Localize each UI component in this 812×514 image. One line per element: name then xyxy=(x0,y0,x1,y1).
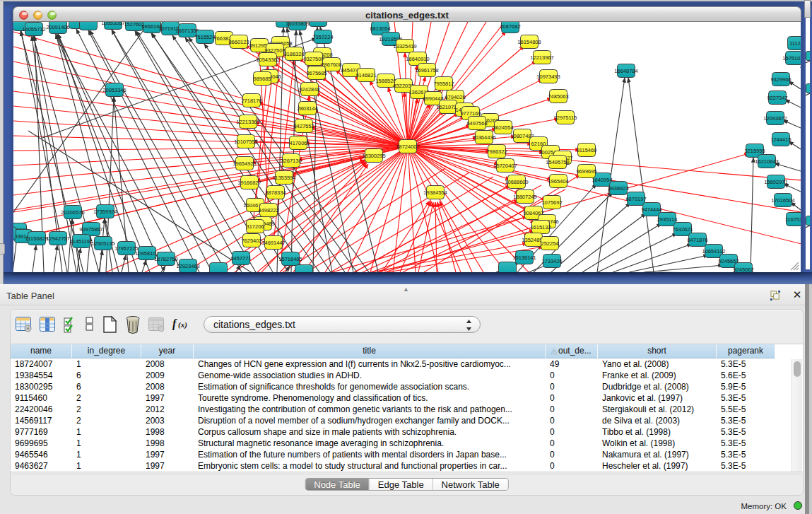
column-header-title[interactable]: title xyxy=(194,344,546,358)
table-row[interactable]: 946362711997Embryonic stem cells: a mode… xyxy=(11,461,775,472)
graph-edge[interactable] xyxy=(54,245,57,272)
graph-node-label: 10654112 xyxy=(702,248,726,255)
graph-node-label: 16961758 xyxy=(415,67,438,74)
graph-edge[interactable] xyxy=(408,146,801,244)
float-window-icon[interactable] xyxy=(770,290,781,300)
graph-node-label: 2087682 xyxy=(500,23,520,30)
table-cell: 9699695 xyxy=(11,438,72,450)
graph-edge[interactable] xyxy=(582,223,661,272)
table-cell: 9463627 xyxy=(11,461,72,472)
graph-edge[interactable] xyxy=(751,158,753,272)
table-cell: 2008 xyxy=(141,382,194,393)
graph-node-label: 18807249 xyxy=(513,194,536,200)
graph-node[interactable] xyxy=(499,262,517,273)
tab-node-table[interactable]: Node Table xyxy=(305,479,370,491)
graph-node xyxy=(806,51,810,61)
graph-edge[interactable] xyxy=(112,30,242,272)
table-cell: Estimation of the future numbers of pati… xyxy=(194,450,546,461)
graph-node-label: 7515524 xyxy=(194,34,215,40)
graph-node-label: 989685 xyxy=(253,76,271,82)
window-titlebar[interactable]: citations_edges.txt xyxy=(13,6,801,22)
graph-node-label: 2803144 xyxy=(297,105,317,112)
table-cell: 2009 xyxy=(141,370,194,382)
graph-node[interactable] xyxy=(80,22,98,30)
graph-node-label: 15751074 xyxy=(782,55,801,62)
table-row[interactable]: 977716911998Corpus callosum shape and si… xyxy=(11,427,775,438)
graph-node-label: 8186328 xyxy=(283,51,304,57)
graph-node[interactable] xyxy=(13,227,16,240)
window-resize-handle[interactable] xyxy=(790,262,799,271)
citation-network-graph[interactable]: 1405571220091406105532671527602696616010… xyxy=(13,22,801,272)
table-row[interactable]: 911546021997Tourette syndrome. Phenomeno… xyxy=(11,393,775,404)
split-divider-grip[interactable]: ▲ xyxy=(403,286,409,293)
graph-edge[interactable] xyxy=(598,233,677,272)
network-canvas[interactable]: 1405571220091406105532671527602696616010… xyxy=(13,22,801,272)
column-header-in_degree[interactable]: in_degree xyxy=(72,344,141,358)
scrollbar-thumb[interactable] xyxy=(794,361,801,377)
graph-edge[interactable] xyxy=(283,168,445,272)
graph-node-label: 7625402 xyxy=(241,238,261,244)
table-row[interactable]: 1830029562008Estimation of significance … xyxy=(11,382,775,393)
table-cell: 5.3E-5 xyxy=(717,461,775,472)
table-cell: 14569117 xyxy=(11,416,72,427)
graph-node-label: 11124 xyxy=(789,40,801,47)
graph-node-label: 14055712 xyxy=(22,26,45,33)
graph-node-label: 9457771 xyxy=(230,255,251,262)
merge-icon[interactable] xyxy=(85,315,95,333)
graph-node-label: 8471876 xyxy=(687,237,707,243)
graph-node[interactable] xyxy=(210,263,228,273)
graph-edge[interactable] xyxy=(33,245,36,272)
graph-edge[interactable] xyxy=(613,244,692,272)
table-vertical-scrollbar[interactable] xyxy=(792,359,802,472)
status-bar: Memory: OK xyxy=(0,497,812,514)
delete-icon[interactable] xyxy=(124,315,141,334)
graph-node-label: 3267130 xyxy=(281,158,301,164)
graph-edge[interactable] xyxy=(99,250,102,272)
graph-edge[interactable] xyxy=(142,260,146,272)
graph-node-label: 14691447 xyxy=(261,240,285,246)
table-cell: 0 xyxy=(546,461,598,472)
table-row[interactable]: 1872400712008Changes of HCN gene express… xyxy=(11,359,775,370)
graph-node-label: 1167534 xyxy=(785,216,801,223)
table-row[interactable]: 1938455462009Genome-wide association stu… xyxy=(11,370,775,382)
show-columns-icon[interactable] xyxy=(39,315,57,333)
graph-node[interactable] xyxy=(295,265,313,273)
table-cell: 5.3E-5 xyxy=(717,359,775,370)
background-network-window[interactable] xyxy=(806,0,810,269)
graph-node-label: 6794028 xyxy=(445,94,465,100)
table-header-row: namein_degreeyeartitle△out_de...shortpag… xyxy=(11,344,775,358)
graph-node-label: 1615132 xyxy=(530,224,551,230)
column-header-label: pagerank xyxy=(728,346,763,356)
column-header-pagerank[interactable]: pagerank xyxy=(717,344,775,358)
graph-edge[interactable] xyxy=(628,78,654,272)
table-row[interactable]: 946554611997Estimation of the future num… xyxy=(11,450,775,461)
column-header-year[interactable]: year xyxy=(141,344,194,358)
function-builder-icon[interactable]: f (x) xyxy=(172,315,193,333)
table-mode-icon[interactable] xyxy=(15,315,33,333)
table-selector-dropdown[interactable]: citations_edges.txt xyxy=(204,316,481,333)
graph-node-label: 9245062 xyxy=(733,267,753,272)
graph-node-label: 8878334 xyxy=(265,189,286,196)
table-cell: 9777169 xyxy=(11,427,72,438)
tab-edge-table[interactable]: Edge Table xyxy=(370,479,433,491)
new-document-icon[interactable] xyxy=(101,315,118,334)
table-row[interactable]: 969969511998Structural magnetic resonanc… xyxy=(11,438,775,450)
column-header-short[interactable]: short xyxy=(598,344,717,358)
table-row[interactable]: 1456911722003Disruption of a novel membe… xyxy=(11,416,775,427)
column-header-label: short xyxy=(647,346,666,356)
graph-node-label: 15720407 xyxy=(493,163,517,169)
graph-node-label: 12213967 xyxy=(530,54,553,61)
graph-edge[interactable] xyxy=(567,214,646,272)
close-panel-icon[interactable]: ✕ xyxy=(792,289,803,300)
select-all-icon[interactable] xyxy=(63,315,78,333)
splitter-collapse-notch[interactable] xyxy=(0,243,5,255)
table-cell: Nakamura et al. (1997) xyxy=(598,450,717,461)
column-header-name[interactable]: name xyxy=(11,344,72,358)
column-header-out_de[interactable]: △out_de... xyxy=(546,344,598,358)
app-right-edge xyxy=(805,284,812,514)
tab-network-table[interactable]: Network Table xyxy=(433,479,508,491)
graph-edge[interactable] xyxy=(408,22,505,146)
graph-node[interactable] xyxy=(310,22,327,27)
graph-node-label: 10553267 xyxy=(101,22,124,26)
table-row[interactable]: 2242004622012Investigating the contribut… xyxy=(11,404,775,416)
